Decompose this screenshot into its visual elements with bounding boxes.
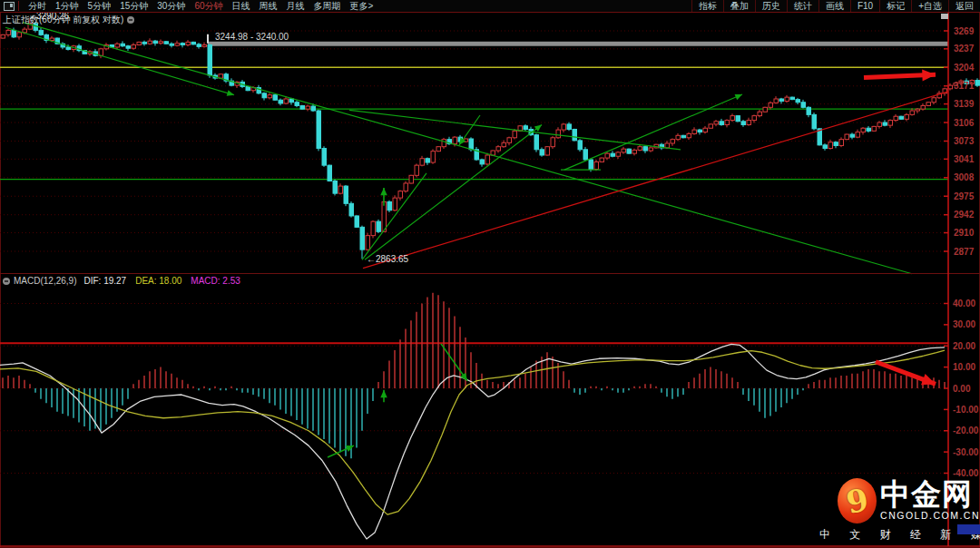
period-tab-5分钟[interactable]: 5分钟 (83, 1, 116, 11)
chart-title: 上证指数(60分钟 前复权 对数) (3, 14, 123, 26)
svg-text:3106: 3106 (954, 118, 975, 128)
period-tab-多周期[interactable]: 多周期 (309, 1, 346, 11)
svg-text:2942: 2942 (954, 210, 975, 220)
main-chart-title-row: 上证指数(60分钟 前复权 对数) (3, 14, 134, 26)
candles (1, 19, 980, 259)
dea-line (0, 350, 945, 514)
logo-domain: CNGOLD.COM.CN (880, 510, 980, 521)
svg-text:3008: 3008 (954, 172, 975, 182)
logo-tagline: 中 文 财 经 新 媒 体 (819, 527, 980, 543)
toolbar-action-画线[interactable]: 画线 (818, 0, 850, 12)
macd-histogram (3, 293, 945, 458)
toolbar-action-历史[interactable]: 历史 (755, 0, 787, 12)
gear-icon[interactable] (3, 278, 10, 285)
svg-text:-30.00: -30.00 (953, 447, 979, 457)
toolbar-action-指标[interactable]: 指标 (691, 0, 723, 12)
toolbar-action-F10[interactable]: F10 (850, 0, 879, 12)
gear-icon[interactable] (127, 16, 134, 24)
svg-text:3139: 3139 (954, 99, 975, 109)
tagline-text: 中 文 财 经 新 媒 (819, 528, 980, 541)
svg-text:3171: 3171 (954, 81, 975, 91)
period-tab-日线[interactable]: 日线 (228, 1, 255, 11)
logo-glyph: 9 (843, 484, 870, 518)
svg-text:3204: 3204 (954, 63, 975, 73)
period-tab-1分钟[interactable]: 1分钟 (51, 1, 83, 11)
svg-text:-10.00: -10.00 (953, 405, 979, 415)
axis-corner-icon (941, 14, 948, 19)
macd-value: MACD: 2.53 (191, 276, 240, 286)
toolbar-action-返回[interactable]: 返回 (948, 0, 980, 12)
svg-text:0.00: 0.00 (953, 384, 971, 394)
svg-text:3041: 3041 (954, 154, 975, 164)
period-tab-60分钟[interactable]: 60分钟 (190, 1, 227, 11)
window-icon[interactable] (4, 2, 15, 11)
toolbar-action-统计[interactable]: 统计 (787, 0, 818, 12)
cngold-logo-icon: 9 (838, 478, 877, 524)
period-tab-更多>[interactable]: 更多> (346, 1, 378, 11)
toolbar-actions: 指标叠加历史统计画线F10标记+自选返回 (691, 0, 980, 12)
macd-indicator-label: MACD(12,26,9) (14, 276, 76, 286)
svg-text:40.00: 40.00 (953, 298, 975, 308)
toolbar-action-+自选[interactable]: +自选 (911, 0, 948, 12)
main-annotations: 3290.26←2863.653244.98 - 3240.00 (30, 11, 409, 264)
svg-text:2910: 2910 (954, 228, 975, 238)
svg-text:2877: 2877 (954, 247, 975, 257)
macd-axis-labels: 40.0030.0020.0010.000.00-10.00-20.00-30.… (944, 298, 979, 478)
svg-text:10.00: 10.00 (953, 362, 975, 372)
svg-text:20.00: 20.00 (953, 341, 975, 351)
svg-text:3237: 3237 (954, 44, 975, 54)
gray-resistance-band (208, 42, 948, 46)
period-tabs: 分时1分钟5分钟15分钟30分钟60分钟日线周线月线多周期更多> (24, 0, 377, 12)
period-tab-30分钟[interactable]: 30分钟 (152, 1, 190, 11)
top-toolbar: 分时1分钟5分钟15分钟30分钟60分钟日线周线月线多周期更多> 指标叠加历史统… (0, 0, 980, 13)
svg-text:←2863.65: ←2863.65 (367, 254, 409, 264)
period-tab-月线[interactable]: 月线 (282, 1, 309, 11)
logo-text: 中金网 (880, 481, 980, 508)
dif-line (0, 344, 945, 539)
dea-value: DEA: 18.00 (135, 276, 181, 286)
period-tab-分时[interactable]: 分时 (24, 1, 51, 11)
toolbar-action-标记[interactable]: 标记 (879, 0, 911, 12)
macd-gridlines (0, 303, 948, 473)
toolbar-separator (18, 1, 19, 11)
svg-text:30.00: 30.00 (953, 319, 975, 329)
period-tab-15分钟[interactable]: 15分钟 (115, 1, 152, 11)
svg-text:3269: 3269 (954, 26, 975, 36)
svg-text:3073: 3073 (954, 136, 975, 146)
cngold-watermark: 9 中金网 CNGOLD.COM.CN 中 文 财 经 新 媒 体 (819, 478, 980, 543)
svg-text:3244.98 - 3240.00: 3244.98 - 3240.00 (215, 32, 289, 42)
svg-text:-20.00: -20.00 (953, 426, 979, 435)
chart-canvas[interactable]: 3290.26←2863.653244.98 - 3240.0032693237… (0, 0, 980, 548)
toolbar-action-叠加[interactable]: 叠加 (723, 0, 755, 12)
macd-header-row: MACD(12,26,9) DIF: 19.27 DEA: 18.00 MACD… (3, 276, 240, 286)
dif-value: DIF: 19.27 (83, 276, 126, 286)
period-tab-周线[interactable]: 周线 (255, 1, 282, 11)
blue-strip (957, 524, 980, 534)
svg-text:2975: 2975 (954, 191, 975, 201)
main-gridlines (0, 31, 948, 251)
